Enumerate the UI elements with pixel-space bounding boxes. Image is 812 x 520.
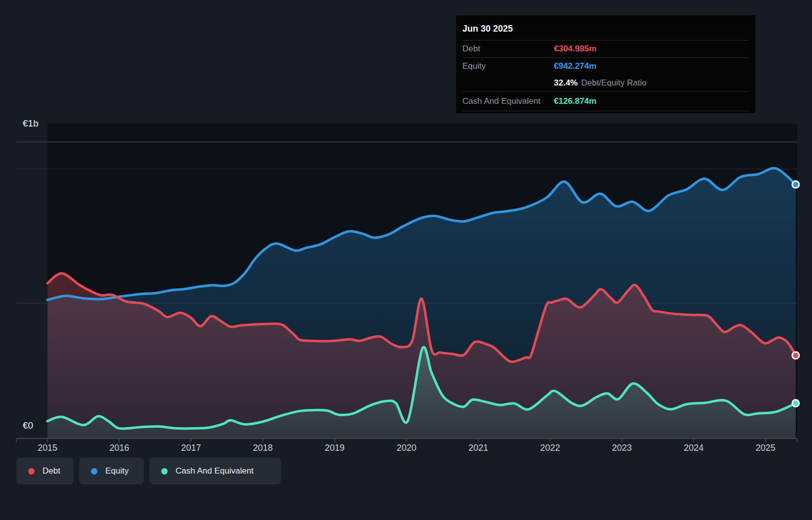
x-axis-year-label: 2017	[181, 443, 201, 453]
tooltip-ratio-value: 32.4%	[554, 78, 578, 88]
tooltip-equity-label: Equity	[462, 61, 554, 71]
legend-equity-label: Equity	[105, 466, 129, 476]
legend-debt-label: Debt	[43, 466, 60, 476]
legend-cash-label: Cash And Equivalent	[176, 466, 254, 476]
x-axis-year-label: 2023	[612, 443, 632, 453]
tooltip-date: Jun 30 2025	[462, 15, 749, 40]
x-axis-year-label: 2018	[253, 443, 273, 453]
x-axis-year-label: 2022	[540, 443, 560, 453]
tooltip-cash-label: Cash And Equivalent	[462, 96, 554, 106]
tooltip-ratio-label: Debt/Equity Ratio	[581, 78, 646, 88]
equity-series-dot-icon	[91, 468, 97, 475]
tooltip-row-debt: Debt €304.985m	[462, 40, 749, 57]
x-axis-year-label: 2015	[38, 443, 57, 453]
y-axis-label-0: €0	[23, 420, 33, 431]
x-axis-year-label: 2016	[109, 443, 129, 453]
debt-series-dot-icon	[28, 468, 35, 475]
tooltip-equity-value: €942.274m	[554, 61, 596, 71]
tooltip-debt-label: Debt	[462, 44, 554, 54]
x-axis-year-label: 2021	[468, 443, 488, 453]
legend-debt-toggle[interactable]: Debt	[16, 458, 74, 484]
tooltip-row-ratio: 32.4% Debt/Equity Ratio	[462, 75, 749, 91]
x-axis-year-label: 2025	[756, 443, 775, 453]
x-axis-year-label: 2020	[397, 443, 416, 453]
debt-equity-history-chart: €1b €0 201520162017201820192020202120222…	[0, 0, 812, 520]
tooltip-row-cash: Cash And Equivalent €126.874m	[462, 91, 749, 111]
chart-legend: Debt Equity Cash And Equivalent	[16, 458, 281, 484]
cash-series-dot-icon	[161, 468, 168, 475]
tooltip-debt-value: €304.985m	[554, 44, 596, 54]
tooltip-row-equity: Equity €942.274m	[462, 57, 749, 75]
x-axis-year-label: 2024	[684, 443, 704, 453]
y-axis-label-1b: €1b	[23, 118, 39, 129]
x-axis-year-label: 2019	[325, 443, 345, 453]
chart-tooltip: Jun 30 2025 Debt €304.985m Equity €942.2…	[456, 15, 755, 113]
tooltip-cash-value: €126.874m	[554, 96, 596, 106]
legend-cash-toggle[interactable]: Cash And Equivalent	[149, 458, 281, 484]
legend-equity-toggle[interactable]: Equity	[79, 458, 144, 484]
